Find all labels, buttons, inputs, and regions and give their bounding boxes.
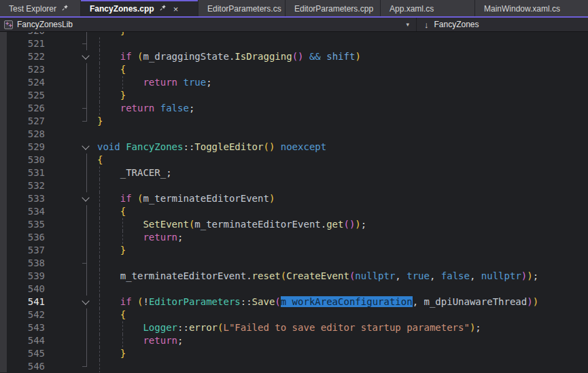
scope-dropdown-label: FancyZones <box>434 20 479 29</box>
indent-guide <box>99 37 100 50</box>
code-line: 524 return true; <box>0 76 588 89</box>
code-line: 533 if (m_terminateEditorEvent) <box>0 192 588 205</box>
code-line: 539 m_terminateEditorEvent.reset(CreateE… <box>0 270 588 283</box>
code-line: 545 } <box>0 347 588 360</box>
line-number: 528 <box>0 128 45 141</box>
line-number: 538 <box>0 257 45 270</box>
line-number: 541 <box>0 296 45 308</box>
outline-guide <box>45 89 97 102</box>
fold-collapse-icon[interactable] <box>45 50 97 63</box>
code-line: 544 return; <box>0 334 588 347</box>
code-line: 542 { <box>0 308 588 321</box>
line-number: 534 <box>0 205 45 218</box>
outline-guide <box>45 102 97 115</box>
document-tab-bar: Test ExplorerFancyZones.cpp×EditorParame… <box>0 0 588 18</box>
code-line: 525 } <box>0 89 588 102</box>
tab-mainwindow-xaml-cs[interactable]: MainWindow.xaml.cs <box>475 0 588 16</box>
code-line: 546 <box>0 360 588 372</box>
code-line: 531 _TRACER_; <box>0 166 588 179</box>
line-number: 539 <box>0 270 45 283</box>
pin-icon[interactable] <box>159 4 167 14</box>
code-line: 529void FancyZones::ToggleEditor() noexc… <box>0 141 588 154</box>
fold-collapse-icon[interactable] <box>45 296 97 308</box>
indent-guide <box>99 360 100 372</box>
line-number: 527 <box>0 115 45 128</box>
code-line: 528 <box>0 128 588 141</box>
code-text: if (m_draggingState.IsDragging() && shif… <box>97 50 361 63</box>
tab-fancyzones-cpp[interactable]: FancyZones.cpp× <box>81 0 198 16</box>
cpp-library-icon: ++ <box>4 20 13 29</box>
code-editor[interactable]: 520 }521522 if (m_draggingState.IsDraggi… <box>0 32 588 372</box>
goto-member-arrow-icon: ↓ <box>424 20 429 29</box>
tab-label: EditorParameters.cs <box>207 4 281 14</box>
code-text: } <box>97 89 126 102</box>
code-text: { <box>97 154 103 166</box>
code-line: 527} <box>0 115 588 128</box>
tab-label: EditorParameters.cpp <box>294 4 373 14</box>
scope-dropdown[interactable]: ↓ FancyZones <box>417 18 588 31</box>
code-line: 536 return; <box>0 231 588 244</box>
outline-guide <box>45 257 97 270</box>
line-number: 542 <box>0 308 45 321</box>
outline-guide <box>45 37 97 50</box>
code-text: return; <box>97 334 183 347</box>
fold-collapse-icon[interactable] <box>45 192 97 205</box>
outline-guide <box>45 205 97 218</box>
code-line: 520 } <box>0 32 588 37</box>
tab-app-xaml-cs[interactable]: App.xaml.cs <box>381 0 474 16</box>
outline-guide <box>45 308 97 321</box>
code-line: 523 { <box>0 63 588 76</box>
code-line: 534 { <box>0 205 588 218</box>
line-number: 525 <box>0 89 45 102</box>
code-line: 543 Logger::error(L"Failed to save edito… <box>0 321 588 334</box>
code-line: 522 if (m_draggingState.IsDragging() && … <box>0 50 588 63</box>
selected-token: m_workAreaConfiguration <box>281 296 413 307</box>
tab-editorparameters-cs[interactable]: EditorParameters.cs <box>198 0 285 16</box>
fold-collapse-icon[interactable] <box>45 141 97 154</box>
outline-guide <box>45 231 97 244</box>
outline-guide <box>45 154 97 166</box>
line-number: 521 <box>0 37 45 50</box>
line-number: 524 <box>0 76 45 89</box>
indent-guide <box>99 179 100 192</box>
tab-label: FancyZones.cpp <box>90 4 154 14</box>
code-line: 535 SetEvent(m_terminateEditorEvent.get(… <box>0 218 588 231</box>
code-text: if (!EditorParameters::Save(m_workAreaCo… <box>97 296 538 308</box>
project-dropdown-label: FancyZonesLib <box>17 20 73 29</box>
line-number: 529 <box>0 141 45 154</box>
line-number: 530 <box>0 154 45 166</box>
pin-icon[interactable] <box>61 4 69 14</box>
line-number: 531 <box>0 166 45 179</box>
code-line: 541 if (!EditorParameters::Save(m_workAr… <box>0 296 588 308</box>
outline-guide <box>45 32 97 37</box>
outline-guide <box>45 270 97 283</box>
close-icon[interactable]: × <box>171 5 181 14</box>
tab-test-explorer[interactable]: Test Explorer <box>0 0 80 16</box>
line-number: 526 <box>0 102 45 115</box>
code-text: } <box>97 244 126 257</box>
code-line: 530{ <box>0 154 588 166</box>
code-text: } <box>97 32 126 37</box>
code-line: 540 <box>0 283 588 296</box>
line-number: 546 <box>0 360 45 372</box>
line-number: 537 <box>0 244 45 257</box>
code-text: _TRACER_; <box>97 166 172 179</box>
outline-guide <box>45 218 97 231</box>
line-number: 543 <box>0 321 45 334</box>
code-navigation-bar: ++ FancyZonesLib ▾ ↓ FancyZones <box>0 18 588 32</box>
chevron-down-icon[interactable]: ▾ <box>406 21 416 28</box>
code-text: Logger::error(L"Failed to save editor st… <box>97 321 481 334</box>
line-number: 533 <box>0 192 45 205</box>
line-number: 540 <box>0 283 45 296</box>
outline-guide <box>45 360 97 372</box>
code-lines: 520 }521522 if (m_draggingState.IsDraggi… <box>0 32 588 372</box>
indent-guide <box>99 283 100 296</box>
code-line: 538 <box>0 257 588 270</box>
line-number: 523 <box>0 63 45 76</box>
code-text: SetEvent(m_terminateEditorEvent.get()); <box>97 218 366 231</box>
code-text: return true; <box>97 76 212 89</box>
project-dropdown[interactable]: ++ FancyZonesLib ▾ <box>0 18 416 31</box>
outline-guide <box>45 115 97 128</box>
tab-editorparameters-cpp[interactable]: EditorParameters.cpp <box>286 0 380 16</box>
code-text: { <box>97 308 126 321</box>
